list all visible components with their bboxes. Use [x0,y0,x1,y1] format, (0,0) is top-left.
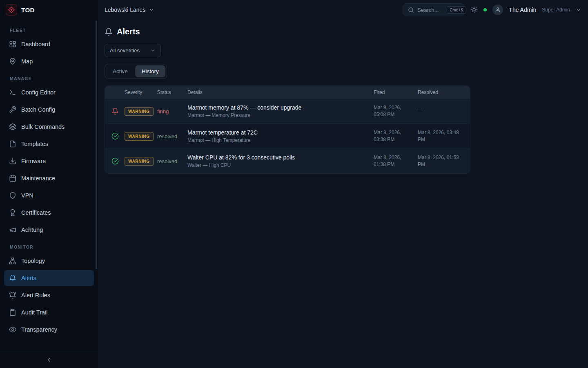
clipboard-icon [9,309,16,316]
user-role-badge: Super Admin [542,7,570,13]
logo-diamond-icon [6,4,17,16]
alert-title: Walter CPU at 82% for 3 consecutive poll… [187,154,367,161]
sidebar-item-audit-trail[interactable]: Audit Trail [4,304,94,321]
eye-icon [9,326,16,333]
sidebar-item-alert-rules[interactable]: Alert Rules [4,287,94,303]
sidebar-item-transparency[interactable]: Transparency [4,321,94,338]
sidebar-item-label: Certificates [21,209,51,216]
sidebar-item-label: Batch Config [21,106,55,113]
sidebar-item-config-editor[interactable]: Config Editor [4,84,94,101]
sidebar-item-dashboard[interactable]: Dashboard [4,36,94,52]
sidebar-item-label: Config Editor [21,89,56,96]
page-title: Alerts [117,27,140,36]
download-icon [9,157,16,165]
sidebar-item-bulk-commands[interactable]: Bulk Commands [4,119,94,135]
sidebar-item-map[interactable]: Map [4,53,94,70]
search-input[interactable] [417,7,443,13]
alert-subtitle: Marmot — Memory Pressure [187,112,367,118]
award-badge-icon [9,209,16,216]
sidebar-item-alerts[interactable]: Alerts [4,270,94,286]
shield-icon [9,192,16,199]
main-column: Lebowski Lanes Cmd+K The Admin Super A [98,0,588,368]
search-shortcut-badge: Cmd+K [447,6,466,14]
org-selector[interactable]: Lebowski Lanes [105,7,154,13]
sidebar-item-achtung[interactable]: Achtung [4,222,94,238]
user-name: The Admin [509,7,536,13]
severity-badge: WARNING [125,132,154,141]
sidebar-item-templates[interactable]: Templates [4,136,94,152]
top-bar: Lebowski Lanes Cmd+K The Admin Super A [98,0,588,20]
global-search[interactable]: Cmd+K [403,3,465,16]
sidebar-item-label: Firmware [21,158,46,164]
severity-filter-value: All severities [110,47,140,54]
sidebar-item-label: VPN [21,192,33,199]
sidebar-item-label: Audit Trail [21,309,47,316]
severity-badge: WARNING [125,157,154,166]
chevron-down-icon [150,48,156,53]
sidebar-nav: FLEET Dashboard Map MANAGE Config Editor [0,20,98,351]
check-circle-icon [111,132,119,140]
sidebar-item-label: Map [21,58,33,65]
sidebar-item-label: Templates [21,141,48,147]
sidebar-item-label: Dashboard [21,41,50,47]
user-menu-chevron-icon[interactable] [576,7,581,13]
section-label-fleet: FLEET [10,28,88,33]
alert-details: Marmot memory at 87% — consider upgrade … [187,104,374,118]
search-icon [408,7,414,13]
page-header: Alerts [105,27,581,36]
col-details: Details [187,90,374,95]
user-icon [495,7,501,13]
tab-active[interactable]: Active [106,65,134,77]
file-icon [9,140,16,148]
content-area: Alerts All severities Active History Sev… [98,20,588,368]
sidebar-scrollbar[interactable] [96,20,97,269]
check-circle-icon [111,157,119,165]
alert-details: Walter CPU at 82% for 3 consecutive poll… [187,154,374,168]
col-severity: Severity [125,90,157,95]
sidebar-item-firmware[interactable]: Firmware [4,153,94,169]
bell-alert-icon [111,108,119,115]
table-header-row: Severity Status Details Fired Resolved [105,86,470,99]
sidebar-item-label: Transparency [21,326,57,333]
alerts-bell-icon [105,28,113,36]
resolved-timestamp: — [418,108,463,114]
alert-subtitle: Walter — High CPU [187,162,367,168]
severity-filter-select[interactable]: All severities [105,44,161,57]
app-name: TOD [21,7,35,13]
theme-toggle-button[interactable] [470,6,478,13]
fired-timestamp: Mar 8, 2026, 01:38 PM [374,154,418,168]
sidebar-item-batch-config[interactable]: Batch Config [4,101,94,118]
user-avatar[interactable] [492,4,503,15]
topbar-actions: Cmd+K The Admin Super Admin [403,3,581,16]
sidebar-item-label: Maintenance [21,175,55,182]
sidebar: TOD FLEET Dashboard Map MANAGE Config Ed… [0,0,98,368]
sidebar-collapse-button[interactable] [44,355,54,365]
sidebar-item-label: Achtung [21,227,43,233]
sidebar-item-topology[interactable]: Topology [4,253,94,269]
sidebar-item-certificates[interactable]: Certificates [4,204,94,221]
section-label-monitor: MONITOR [10,245,88,249]
org-name: Lebowski Lanes [105,7,145,13]
sidebar-item-vpn[interactable]: VPN [4,187,94,204]
status-text: firing [157,108,187,114]
app-logo[interactable]: TOD [0,0,98,20]
map-pin-icon [9,58,16,65]
bell-ring-icon [9,292,16,299]
layers-icon [9,123,16,130]
severity-badge: WARNING [125,107,154,116]
section-label-manage: MANAGE [10,76,88,81]
table-row[interactable]: WARNING resolved Marmot temperature at 7… [105,123,470,148]
fired-timestamp: Mar 8, 2026, 03:38 PM [374,129,418,144]
sidebar-item-label: Alerts [21,275,36,281]
sidebar-item-label: Alert Rules [21,292,50,298]
alert-subtitle: Marmot — High Temperature [187,137,367,143]
alerts-view-tabs: Active History [105,64,167,79]
sidebar-footer [0,351,98,368]
col-fired: Fired [374,90,418,95]
tab-history[interactable]: History [135,65,165,77]
sidebar-item-label: Topology [21,258,45,264]
table-row[interactable]: WARNING resolved Walter CPU at 82% for 3… [105,148,470,173]
sidebar-item-maintenance[interactable]: Maintenance [4,170,94,186]
table-row[interactable]: WARNING firing Marmot memory at 87% — co… [105,99,470,123]
sidebar-item-label: Bulk Commands [21,123,65,130]
